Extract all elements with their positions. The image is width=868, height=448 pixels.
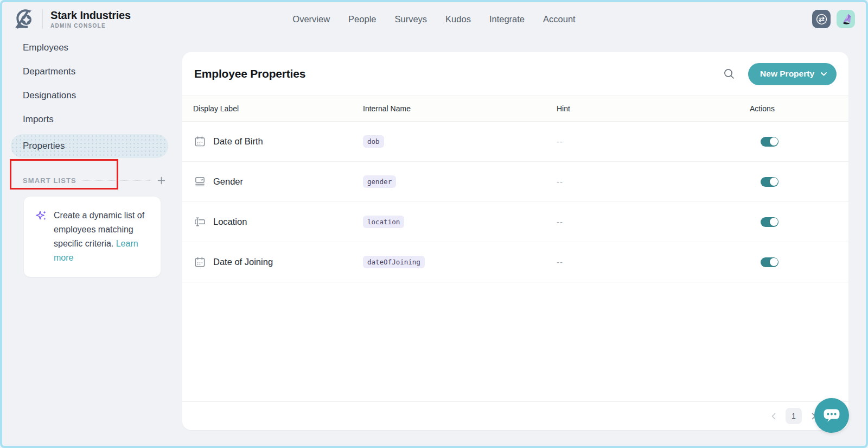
property-display-label: Date of Joining [213,257,273,267]
brand-divider [42,9,43,29]
smart-lists-divider [82,180,150,181]
property-label-cell: Location [193,216,363,229]
smart-lists-heading: SMART LISTS [23,176,76,185]
property-display-label: Location [213,217,247,227]
property-display-label: Gender [213,176,243,187]
sidebar-item-label: Designations [23,90,76,101]
app-frame: Stark Industries ADMIN CONSOLE Overview … [0,0,868,448]
nav-item-people[interactable]: People [348,14,376,24]
header-actions: New Property [722,63,837,85]
sidebar-item-designations[interactable]: Designations [2,84,179,108]
pagination-prev-icon[interactable] [768,411,779,421]
sidebar: Employees Departments Designations Impor… [2,36,179,185]
sidebar-item-label: Imports [23,114,54,125]
table-row: Date of Joining dateOfJoining -- [182,242,848,282]
hint-value: -- [557,217,750,226]
smart-list-card: Create a dynamic list of employees match… [24,197,161,277]
internal-name-badge: gender [363,175,396,188]
avatar-origami-icon[interactable] [837,10,855,28]
nav-item-account[interactable]: Account [543,14,576,24]
search-icon[interactable] [722,67,736,81]
card-header: Employee Properties New Property [182,52,848,96]
internal-name-badge: location [363,216,404,228]
sparkles-icon [35,209,48,265]
plus-icon[interactable] [156,175,166,185]
text-field-icon [193,216,206,229]
console-subtitle: ADMIN CONSOLE [50,23,131,29]
new-property-label: New Property [760,69,814,79]
brand: Stark Industries ADMIN CONSOLE [14,8,131,30]
table-header-row: Display Label Internal Name Hint Actions [182,96,848,122]
hint-value: -- [557,257,750,267]
property-label-cell: Date of Joining [193,256,363,269]
table-row: Location location -- [182,202,848,242]
pagination-page-1[interactable]: 1 [786,408,802,424]
chevron-down-icon [821,72,827,76]
top-bar: Stark Industries ADMIN CONSOLE Overview … [2,2,866,36]
top-navigation: Overview People Surveys Kudos Integrate … [2,2,866,36]
nav-item-integrate[interactable]: Integrate [489,14,525,24]
column-hint: Hint [557,104,750,113]
table-row: Date of Birth dob -- [182,122,848,162]
dropdown-field-icon [193,175,206,188]
topbar-actions [812,10,855,28]
column-actions: Actions [750,104,848,113]
exchange-icon[interactable] [812,10,831,28]
sidebar-item-label: Employees [23,42,68,53]
hint-value: -- [557,137,750,146]
smart-lists-header: SMART LISTS [23,175,166,185]
bird-logo-icon [14,8,37,30]
company-name: Stark Industries [50,9,131,21]
internal-name-badge: dob [363,135,384,148]
chat-bubble-icon[interactable] [814,398,849,433]
sidebar-item-label: Departments [23,66,75,77]
page-title: Employee Properties [194,67,305,80]
calendar-icon [193,135,206,148]
employee-properties-card: Employee Properties New Property [182,52,848,430]
property-enabled-toggle[interactable] [761,177,778,187]
sidebar-item-properties[interactable]: Properties [2,134,179,158]
column-display-label: Display Label [193,104,363,113]
property-label-cell: Date of Birth [193,135,363,148]
sidebar-item-imports[interactable]: Imports [2,108,179,131]
nav-item-surveys[interactable]: Surveys [394,14,427,24]
property-label-cell: Gender [193,175,363,188]
property-enabled-toggle[interactable] [761,257,778,267]
smart-list-text: Create a dynamic list of employees match… [54,209,150,265]
sidebar-item-employees[interactable]: Employees [2,36,179,60]
new-property-button[interactable]: New Property [748,63,837,85]
column-internal-name: Internal Name [363,104,557,113]
table-row: Gender gender -- [182,162,848,202]
pagination-bar: 1 [182,401,848,430]
property-display-label: Date of Birth [213,136,263,147]
property-enabled-toggle[interactable] [761,137,778,147]
nav-item-overview[interactable]: Overview [292,14,330,24]
hint-value: -- [557,177,750,186]
sidebar-item-label: Properties [23,141,65,152]
internal-name-badge: dateOfJoining [363,256,425,268]
property-enabled-toggle[interactable] [761,217,778,227]
sidebar-item-departments[interactable]: Departments [2,60,179,84]
nav-item-kudos[interactable]: Kudos [445,14,471,24]
calendar-icon [193,256,206,269]
